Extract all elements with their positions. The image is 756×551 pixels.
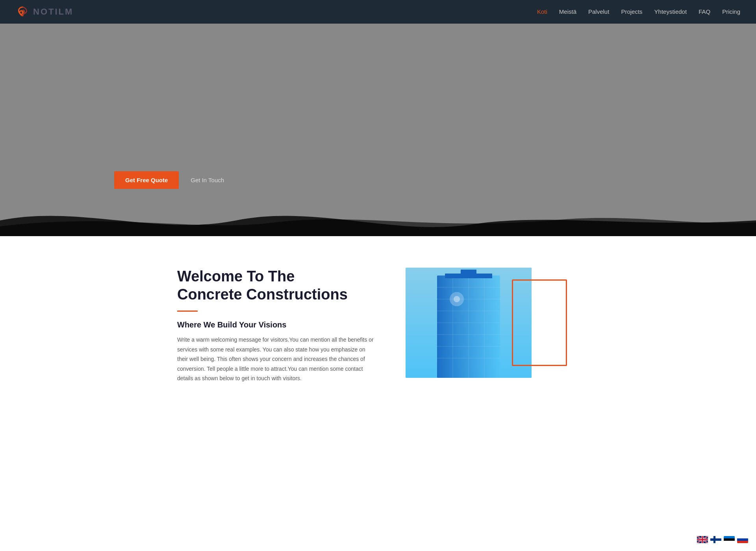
nav-item-pricing[interactable]: Pricing [722, 8, 740, 15]
nav-item-yhteystiedot[interactable]: Yhteystiedot [654, 8, 687, 15]
logo-text: NOTILM [33, 7, 73, 17]
hero-section: Get Free Quote Get In Touch [0, 24, 756, 236]
svg-rect-16 [461, 270, 476, 276]
about-section: Welcome To The Concrete Constructions Wh… [0, 236, 756, 415]
about-image-accent-border [512, 279, 567, 366]
about-divider [177, 311, 198, 312]
svg-point-14 [454, 296, 460, 302]
navbar: NOTILM Koti Meistä Palvelut Projects Yht… [0, 0, 756, 24]
hero-cta-group: Get Free Quote Get In Touch [114, 171, 224, 189]
logo-icon [16, 5, 30, 19]
about-inner: Welcome To The Concrete Constructions Wh… [161, 268, 595, 383]
svg-point-0 [22, 11, 24, 13]
hero-wave-decoration [0, 205, 756, 236]
about-image-wrapper [406, 268, 579, 378]
logo[interactable]: NOTILM [16, 5, 73, 19]
about-body-text: Write a warm welcoming message for visit… [177, 335, 374, 383]
nav-item-koti[interactable]: Koti [537, 8, 547, 15]
nav-item-meista[interactable]: Meistä [559, 8, 576, 15]
nav-item-faq[interactable]: FAQ [699, 8, 710, 15]
about-subtitle: Where We Build Your Visions [177, 320, 374, 329]
nav-item-palvelut[interactable]: Palvelut [588, 8, 609, 15]
get-free-quote-button[interactable]: Get Free Quote [114, 171, 179, 189]
nav-menu: Koti Meistä Palvelut Projects Yhteystied… [537, 8, 740, 15]
about-title: Welcome To The Concrete Constructions [177, 268, 374, 303]
nav-item-projects[interactable]: Projects [621, 8, 642, 15]
get-in-touch-button[interactable]: Get In Touch [191, 177, 224, 183]
about-text-block: Welcome To The Concrete Constructions Wh… [177, 268, 374, 383]
